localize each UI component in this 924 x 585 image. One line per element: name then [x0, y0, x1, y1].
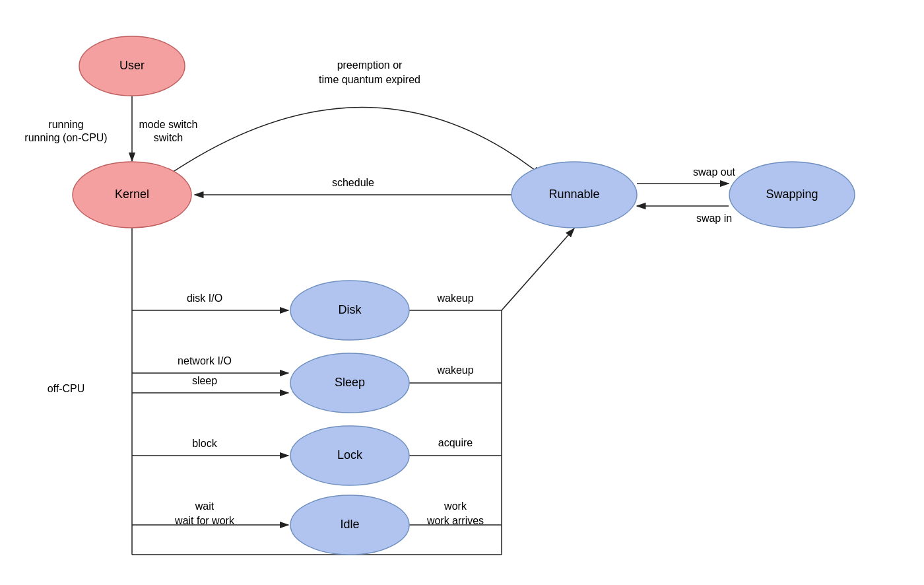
running-label: running	[48, 119, 83, 130]
disk-io-label: disk I/O	[187, 292, 222, 304]
wait-for-work-label2: wait for work	[174, 515, 235, 526]
schedule-label: schedule	[332, 177, 374, 188]
offcpu-label: off-CPU	[48, 383, 85, 394]
wait-for-work-label: wait	[195, 500, 214, 512]
wakeup-runnable	[502, 228, 574, 310]
swap-out-label: swap out	[693, 166, 736, 178]
swapping-label: Swapping	[766, 188, 818, 201]
disk-label: Disk	[339, 303, 362, 316]
kernel-label: Kernel	[115, 188, 149, 201]
network-io-label: network I/O	[178, 355, 232, 366]
lock-label: Lock	[337, 448, 363, 462]
running-label2: running (on-CPU)	[24, 132, 107, 143]
user-label: User	[119, 59, 145, 72]
runnable-label: Runnable	[548, 188, 599, 201]
wakeup1-label: wakeup	[436, 292, 473, 304]
state-diagram: User Kernel Runnable Swapping Disk Sleep…	[0, 0, 924, 585]
preemption-label: preemption or	[337, 59, 403, 71]
work-arrives-label2: work arrives	[426, 515, 484, 526]
mode-switch-label: mode switch	[139, 119, 198, 130]
mode-switch-label2: switch	[154, 132, 183, 143]
idle-label: Idle	[340, 518, 359, 531]
sleep-edge-label: sleep	[192, 375, 217, 386]
work-arrives-label: work	[444, 500, 467, 512]
block-label: block	[192, 438, 217, 449]
swap-in-label: swap in	[696, 213, 732, 224]
sleep-label: Sleep	[335, 376, 365, 389]
acquire-label: acquire	[438, 437, 473, 448]
kernel-runnable-arc	[168, 108, 541, 176]
diagram-container: User Kernel Runnable Swapping Disk Sleep…	[0, 0, 924, 585]
time-quantum-label: time quantum expired	[319, 74, 420, 85]
wakeup2-label: wakeup	[436, 364, 473, 376]
